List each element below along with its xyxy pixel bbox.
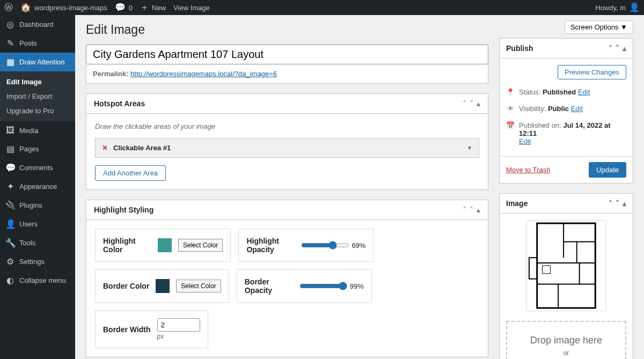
- sidebar-collapse[interactable]: ◐Collapse menu: [0, 271, 75, 290]
- dropzone-or: or: [513, 349, 620, 357]
- border-opacity-value: 99%: [350, 282, 364, 290]
- highlight-opacity-value: 69%: [352, 241, 365, 250]
- site-link[interactable]: 🏠wordpress-image-maps: [20, 3, 107, 12]
- update-button[interactable]: Update: [589, 162, 626, 178]
- chevron-down-icon[interactable]: ˅: [470, 206, 473, 214]
- border-width-unit: px: [157, 333, 200, 340]
- post-title-input[interactable]: [86, 45, 488, 64]
- highlight-color-card: Highlight Color Select Color: [95, 229, 231, 262]
- expand-area-icon[interactable]: ▼: [467, 145, 472, 151]
- highlight-opacity-slider[interactable]: [301, 241, 349, 250]
- floorplan-thumbnail[interactable]: [526, 220, 606, 311]
- clickable-area-title: Clickable Area #1: [113, 144, 462, 152]
- border-opacity-slider[interactable]: [299, 282, 348, 290]
- new-link[interactable]: ＋New: [140, 3, 166, 12]
- submenu-import-export[interactable]: Import / Export: [0, 89, 75, 104]
- visibility-label: Visibility:: [519, 105, 546, 113]
- highlight-color-swatch[interactable]: [158, 238, 172, 252]
- settings-icon: ⚙: [5, 257, 15, 267]
- border-color-card: Border Color Select Color: [95, 269, 229, 303]
- border-width-input[interactable]: [157, 318, 200, 332]
- chevron-up-icon[interactable]: ˄: [463, 206, 466, 214]
- sidebar-item-draw-attention[interactable]: ▦Draw Attention: [0, 53, 75, 71]
- plugins-icon: 🔌: [5, 200, 15, 210]
- edit-visibility-link[interactable]: Edit: [571, 105, 583, 113]
- status-value: Published: [543, 88, 576, 96]
- remove-area-icon[interactable]: ✕: [102, 144, 108, 152]
- site-name: wordpress-image-maps: [34, 4, 107, 12]
- clickable-area-row[interactable]: ✕ Clickable Area #1 ▼: [95, 138, 479, 158]
- hotspot-heading: Hotspot Areas: [94, 99, 145, 108]
- sidebar-item-comments[interactable]: 💬Comments: [0, 158, 75, 177]
- chevron-down-icon[interactable]: ˅: [616, 199, 619, 208]
- dashboard-icon: ◎: [5, 19, 15, 30]
- appearance-icon: ✦: [5, 181, 15, 192]
- edit-status-link[interactable]: Edit: [578, 88, 590, 96]
- draw-attention-submenu: Edit Image Import / Export Upgrade to Pr…: [0, 71, 75, 121]
- border-opacity-card: Border Opacity 99%: [237, 269, 372, 303]
- hotspot-hint: Draw the clickable areas of your image: [95, 122, 479, 130]
- eye-icon: 👁: [506, 105, 515, 113]
- image-dropzone[interactable]: Drop image here or: [506, 321, 626, 359]
- new-label: New: [152, 4, 166, 12]
- view-image-link[interactable]: View Image: [173, 4, 210, 12]
- permalink-row: Permalink: http://wordpressimagemaps.loc…: [86, 64, 488, 84]
- sidebar-item-plugins[interactable]: 🔌Plugins: [0, 196, 75, 215]
- highlight-opacity-card: Highlight Opacity 69%: [238, 229, 374, 262]
- border-width-card: Border Width px: [95, 310, 208, 348]
- chevron-up-icon[interactable]: ˄: [609, 199, 612, 208]
- sidebar-item-pages[interactable]: ▤Pages: [0, 140, 75, 158]
- highlight-color-label: Highlight Color: [103, 237, 151, 254]
- move-to-trash-link[interactable]: Move to Trash: [506, 166, 550, 174]
- border-opacity-label: Border Opacity: [245, 277, 293, 295]
- sidebar-item-posts[interactable]: ✎Posts: [0, 34, 75, 53]
- triangle-up-icon[interactable]: ▴: [477, 206, 480, 214]
- tools-icon: 🔧: [5, 238, 15, 248]
- comments-count: 0: [129, 4, 133, 12]
- permalink-link[interactable]: http://wordpressimagemaps.local/?da_imag…: [130, 70, 277, 78]
- submenu-edit-image[interactable]: Edit Image: [0, 75, 75, 89]
- sidebar-item-media[interactable]: 🖼Media: [0, 121, 75, 140]
- add-area-button[interactable]: Add Another Area: [95, 165, 166, 181]
- comments-icon: 💬: [5, 163, 15, 173]
- pin-icon: 📍: [506, 88, 515, 96]
- comments-link[interactable]: 💬0: [115, 3, 133, 12]
- hotspot-areas-box: Hotspot Areas ˄ ˅ ▴ Draw the clickable a…: [86, 93, 488, 190]
- wp-logo-link[interactable]: ⓦ: [4, 3, 13, 12]
- comment-icon: 💬: [115, 3, 126, 12]
- account-link[interactable]: Howdy, m👤: [595, 3, 640, 12]
- triangle-up-icon[interactable]: ▴: [477, 99, 480, 108]
- styling-heading: Highlight Styling: [94, 206, 153, 214]
- date-label: Published on:: [519, 121, 561, 129]
- sidebar-item-dashboard[interactable]: ◎Dashboard: [0, 15, 75, 34]
- triangle-up-icon[interactable]: ▴: [623, 44, 626, 53]
- sidebar-item-settings[interactable]: ⚙Settings: [0, 252, 75, 271]
- media-icon: 🖼: [5, 126, 15, 135]
- chevron-up-icon[interactable]: ˄: [463, 99, 466, 108]
- select-border-color-button[interactable]: Select Color: [176, 280, 221, 292]
- border-color-swatch[interactable]: [156, 279, 170, 293]
- select-highlight-color-button[interactable]: Select Color: [178, 239, 223, 252]
- chevron-down-icon[interactable]: ˅: [470, 99, 473, 108]
- permalink-label: Permalink:: [93, 70, 128, 78]
- publish-heading: Publish: [506, 44, 533, 53]
- page-title: Edit Image: [86, 23, 488, 37]
- sidebar-item-tools[interactable]: 🔧Tools: [0, 233, 75, 252]
- triangle-up-icon[interactable]: ▴: [623, 199, 626, 208]
- svg-rect-5: [529, 258, 537, 279]
- collapse-icon: ◐: [5, 275, 15, 285]
- status-label: Status:: [519, 88, 540, 96]
- plus-icon: ＋: [140, 3, 149, 12]
- sidebar-item-users[interactable]: 👤Users: [0, 215, 75, 233]
- chevron-down-icon[interactable]: ˅: [616, 44, 619, 53]
- svg-rect-9: [543, 266, 551, 274]
- border-color-label: Border Color: [103, 282, 149, 290]
- users-icon: 👤: [5, 219, 15, 229]
- submenu-upgrade[interactable]: Upgrade to Pro: [0, 104, 75, 118]
- sidebar-item-appearance[interactable]: ✦Appearance: [0, 177, 75, 196]
- screen-options-button[interactable]: Screen Options ▼: [565, 20, 633, 34]
- preview-changes-button[interactable]: Preview Changes: [558, 65, 626, 79]
- edit-date-link[interactable]: Edit: [519, 137, 531, 145]
- admin-bar: ⓦ 🏠wordpress-image-maps 💬0 ＋New View Ima…: [0, 0, 644, 15]
- chevron-up-icon[interactable]: ˄: [609, 44, 612, 53]
